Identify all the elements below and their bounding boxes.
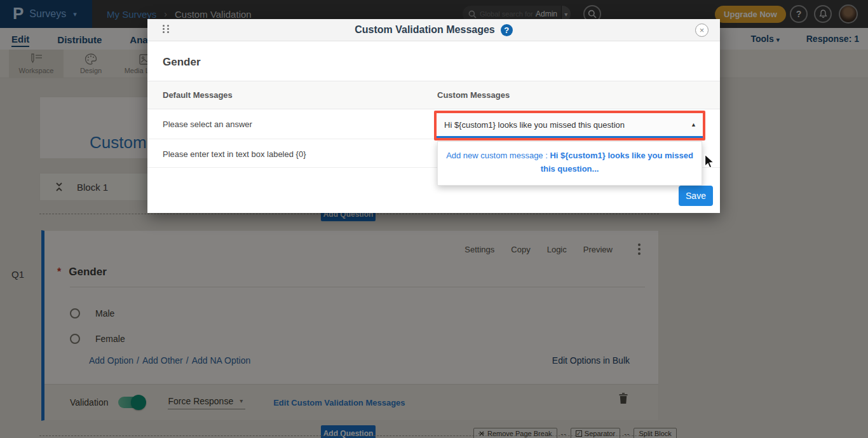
column-custom-messages: Custom Messages <box>437 90 720 100</box>
save-button[interactable]: Save <box>679 186 713 206</box>
dropdown-option-value: Hi ${custom1} looks like you missed this… <box>541 151 693 174</box>
modal-title: Custom Validation Messages <box>355 24 495 36</box>
dropdown-option-prefix: Add new custom message : <box>446 151 550 160</box>
modal-help-icon[interactable]: ? <box>501 24 513 36</box>
question-glyph: ? <box>504 25 509 35</box>
messages-table-header: Default Messages Custom Messages <box>147 81 720 109</box>
drag-handle-icon[interactable] <box>163 25 170 33</box>
chevron-up-icon: ▲ <box>691 121 696 128</box>
row-divider <box>147 139 437 139</box>
add-new-custom-message-option[interactable]: Add new custom message : Hi ${custom1} l… <box>437 141 702 186</box>
custom-validation-modal: Custom Validation Messages ? × Gender De… <box>147 19 720 213</box>
modal-header: Custom Validation Messages ? × <box>147 19 720 41</box>
custom-message-select-highlighted[interactable]: Hi ${custom1} looks like you missed this… <box>434 111 705 140</box>
default-message-row: Please select an answer <box>163 120 252 129</box>
custom-message-value: Hi ${custom1} looks like you missed this… <box>444 120 625 130</box>
close-glyph: × <box>700 25 705 35</box>
default-message-row: Please enter text in text box labeled {0… <box>163 149 306 159</box>
modal-close-icon[interactable]: × <box>695 24 709 37</box>
column-default-messages: Default Messages <box>163 90 233 100</box>
modal-question-title: Gender <box>163 56 201 69</box>
